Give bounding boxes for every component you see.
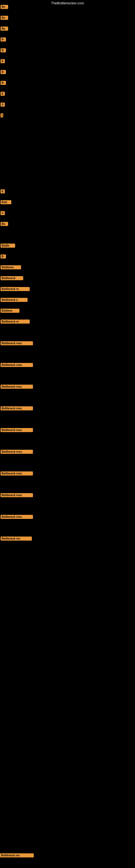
badge-b17: B (1, 254, 6, 258)
badge-b29: Bottleneck resu (1, 450, 33, 454)
badge-b15: Bo (1, 222, 8, 226)
badge-b13: Bott (1, 200, 11, 204)
badge-b3: Ba (1, 27, 8, 31)
badge-b14: C (1, 211, 5, 215)
badge-b4: B (1, 37, 6, 41)
badge-b23: Bottleneck re (1, 319, 30, 323)
badge-b24: Bottleneck resu (1, 341, 33, 345)
badge-b20: Bottleneck re (1, 287, 30, 291)
badge-b5: B (1, 48, 6, 52)
badge-b21: Bottleneck e (1, 298, 28, 302)
badge-b9: E (1, 92, 5, 96)
badge-b16: Bottle (1, 244, 15, 248)
badge-b27: Bottleneck resu (1, 406, 33, 410)
site-title: TheBottlenecker.com (51, 1, 84, 5)
badge-b19: Bottleneck (1, 276, 23, 280)
badge-b7: B (1, 70, 6, 74)
badge-b33: Bottleneck res (1, 536, 32, 540)
badge-b28: Bottleneck resu (1, 428, 33, 432)
badge-b26: Bottleneck resu (1, 384, 33, 389)
badge-b18: Bottlenec (1, 265, 21, 269)
badge-b11: | (1, 113, 3, 118)
badge-b2: Bo (1, 16, 8, 20)
badge-b32: Bottleneck resu (1, 515, 33, 519)
badge-b6: E (1, 59, 5, 63)
badge-b34: Bottleneck res (0, 854, 34, 858)
badge-b22: Bottlene (1, 309, 19, 313)
badge-b8: B (1, 81, 6, 85)
badge-b31: Bottleneck resu (1, 493, 33, 497)
badge-b25: Bottleneck resu (1, 363, 33, 367)
badge-b30: Bottleneck resu (1, 471, 33, 475)
badge-b12: E (1, 189, 5, 193)
badge-b10: S (1, 102, 5, 106)
badge-b1: Bo (1, 5, 8, 9)
